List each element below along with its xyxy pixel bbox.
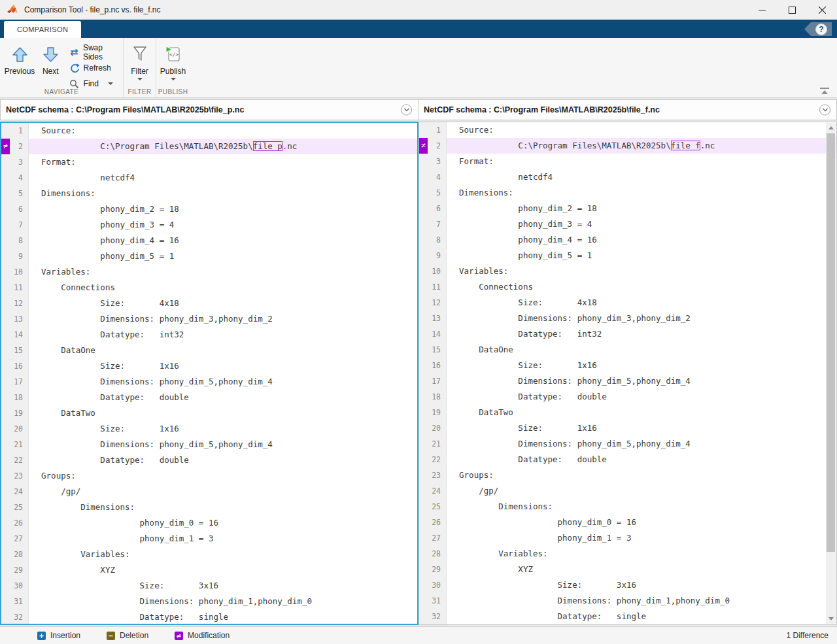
code-line[interactable]: 19 DataTwo (1, 405, 417, 421)
code-line[interactable]: 4 netcdf4 (419, 169, 836, 185)
code-line[interactable]: 16 Size: 1x16 (1, 358, 417, 374)
code-line[interactable]: 17 Dimensions: phony_dim_5,phony_dim_4 (1, 374, 417, 390)
line-number: 1 (419, 122, 447, 138)
code-line[interactable]: 8 phony_dim_4 = 16 (419, 232, 836, 248)
code-line[interactable]: 18 Datatype: double (1, 390, 417, 405)
find-dropdown-icon[interactable] (108, 82, 113, 85)
vertical-scrollbar[interactable] (826, 123, 836, 624)
code-line[interactable]: 25 Dimensions: (419, 499, 836, 515)
code-line[interactable]: 10 Variables: (1, 264, 417, 280)
left-pane-menu-button[interactable] (401, 105, 412, 116)
code-line[interactable]: 26 phony_dim_0 = 16 (1, 515, 417, 531)
line-number: 26 (419, 515, 447, 530)
code-line[interactable]: 27 phony_dim_1 = 3 (419, 530, 836, 546)
code-line[interactable]: 31 Dimensions: phony_dim_1,phony_dim_0 (1, 594, 417, 609)
code-line[interactable]: 28 Variables: (1, 547, 417, 562)
help-button[interactable]: ? (804, 22, 832, 36)
maximize-button[interactable] (777, 0, 807, 20)
code-line[interactable]: 20 Size: 1x16 (419, 420, 836, 436)
code-line[interactable]: 32 Datatype: single (1, 609, 417, 625)
modification-label: Modification (188, 631, 230, 640)
code-text: phony_dim_1 = 3 (29, 531, 417, 547)
code-line[interactable]: 6 phony_dim_2 = 18 (1, 201, 417, 217)
code-line[interactable]: 30 Size: 3x16 (1, 578, 417, 594)
code-line[interactable]: 22 Datatype: double (419, 452, 836, 467)
code-line[interactable]: 12 Size: 4x18 (419, 295, 836, 311)
code-line[interactable]: 11 Connections (419, 279, 836, 295)
line-number: 11 (1, 280, 29, 296)
code-line[interactable]: 5 Dimensions: (1, 186, 417, 201)
code-line[interactable]: 32 Datatype: single (419, 609, 836, 624)
code-line[interactable]: 29 XYZ (419, 562, 836, 577)
code-line[interactable]: 6 phony_dim_2 = 18 (419, 201, 836, 216)
line-number: 18 (1, 390, 29, 405)
code-line[interactable]: 1 Source: (419, 122, 836, 138)
code-line[interactable]: 21 Dimensions: phony_dim_5,phony_dim_4 (1, 437, 417, 452)
code-line[interactable]: 1 Source: (1, 123, 417, 139)
code-text: phony_dim_1 = 3 (447, 530, 836, 546)
code-line[interactable]: 30 Size: 3x16 (419, 577, 836, 593)
code-text: XYZ (447, 562, 836, 577)
line-number: 32 (1, 609, 29, 625)
code-line[interactable]: 19 DataTwo (419, 405, 836, 420)
code-line[interactable]: 3 Format: (419, 154, 836, 169)
code-line[interactable]: ≠2 C:\Program Files\MATLAB\R2025b\file_f… (419, 138, 836, 154)
code-line[interactable]: 5 Dimensions: (419, 185, 836, 201)
code-line[interactable]: 10 Variables: (419, 263, 836, 279)
filter-dropdown-icon (137, 78, 143, 80)
code-line[interactable]: 14 Datatype: int32 (1, 327, 417, 343)
code-line[interactable]: 15 DataOne (419, 342, 836, 358)
code-text: phony_dim_3 = 4 (447, 216, 836, 232)
code-line[interactable]: 29 XYZ (1, 562, 417, 578)
code-line[interactable]: ≠2 C:\Program Files\MATLAB\R2025b\file_p… (1, 139, 417, 154)
right-pane-body: 1 Source:≠2 C:\Program Files\MATLAB\R202… (419, 122, 836, 624)
code-text: DataOne (29, 343, 417, 358)
code-line[interactable]: 14 Datatype: int32 (419, 326, 836, 342)
scroll-down-icon[interactable] (826, 614, 836, 624)
code-line[interactable]: 3 Format: (1, 154, 417, 170)
tab-comparison[interactable]: COMPARISON (4, 21, 81, 38)
line-number: 25 (1, 500, 29, 515)
close-button[interactable] (807, 0, 837, 20)
code-line[interactable]: 24 /gp/ (1, 484, 417, 500)
line-number: 9 (1, 248, 29, 264)
code-line[interactable]: 18 Datatype: double (419, 389, 836, 405)
code-text: Format: (29, 154, 417, 170)
code-line[interactable]: 15 DataOne (1, 343, 417, 358)
code-line[interactable]: 7 phony_dim_3 = 4 (419, 216, 836, 232)
code-line[interactable]: 22 Datatype: double (1, 452, 417, 468)
code-line[interactable]: 13 Dimensions: phony_dim_3,phony_dim_2 (1, 311, 417, 327)
collapse-ribbon-button[interactable] (820, 88, 829, 94)
code-line[interactable]: 9 phony_dim_5 = 1 (419, 248, 836, 263)
deletion-icon: − (107, 632, 115, 640)
scrollbar-thumb[interactable] (827, 133, 835, 552)
code-line[interactable]: 28 Variables: (419, 546, 836, 562)
code-line[interactable]: 20 Size: 1x16 (1, 421, 417, 437)
code-line[interactable]: 23 Groups: (419, 467, 836, 483)
code-line[interactable]: 9 phony_dim_5 = 1 (1, 248, 417, 264)
code-line[interactable]: 7 phony_dim_3 = 4 (1, 217, 417, 233)
swap-sides-button[interactable]: ⇄ Swap Sides (69, 44, 123, 60)
code-line[interactable]: 27 phony_dim_1 = 3 (1, 531, 417, 547)
code-line[interactable]: 25 Dimensions: (1, 500, 417, 515)
code-line[interactable]: 11 Connections (1, 280, 417, 296)
scroll-up-icon[interactable] (826, 123, 836, 133)
code-line[interactable]: 4 netcdf4 (1, 170, 417, 186)
code-line[interactable]: 16 Size: 1x16 (419, 358, 836, 373)
minimize-button[interactable] (747, 0, 777, 20)
right-pane-menu-button[interactable] (819, 105, 830, 116)
filter-button[interactable]: Filter (124, 41, 156, 80)
code-line[interactable]: 31 Dimensions: phony_dim_1,phony_dim_0 (419, 593, 836, 609)
publish-button[interactable]: </> Publish (156, 41, 190, 80)
code-line[interactable]: 12 Size: 4x18 (1, 296, 417, 311)
code-line[interactable]: 26 phony_dim_0 = 16 (419, 515, 836, 530)
code-line[interactable]: 23 Groups: (1, 468, 417, 484)
code-line[interactable]: 13 Dimensions: phony_dim_3,phony_dim_2 (419, 311, 836, 326)
code-line[interactable]: 17 Dimensions: phony_dim_5,phony_dim_4 (419, 373, 836, 389)
filter-label: Filter (131, 67, 148, 76)
refresh-button[interactable]: Refresh (69, 60, 123, 76)
code-text: Datatype: int32 (29, 327, 417, 343)
code-line[interactable]: 21 Dimensions: phony_dim_5,phony_dim_4 (419, 436, 836, 452)
code-line[interactable]: 8 phony_dim_4 = 16 (1, 233, 417, 248)
code-line[interactable]: 24 /gp/ (419, 483, 836, 499)
